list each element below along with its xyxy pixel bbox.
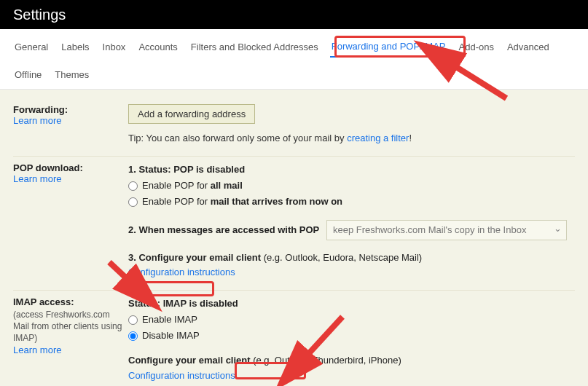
pop-learn-more-link[interactable]: Learn more [13, 173, 128, 184]
section-forwarding: Forwarding: Learn more Add a forwarding … [13, 98, 575, 156]
settings-content: Forwarding: Learn more Add a forwarding … [0, 90, 588, 386]
imap-cfg-row: Configure your email client (e.g. Outloo… [128, 353, 575, 368]
pop-action-select[interactable]: keep Freshworks.com Mail's copy in the I… [326, 220, 567, 240]
tab-addons[interactable]: Add-ons [458, 37, 495, 57]
pop-step2-row: 2. When messages are accessed with POP k… [128, 220, 575, 240]
section-pop: POP download: Learn more 1. Status: POP … [13, 156, 575, 290]
forwarding-tip-pre: Tip: You can also forward only some of y… [128, 133, 347, 143]
pop-radio-allmail-label: Enable POP for all mail [142, 178, 243, 193]
imap-learn-more-link[interactable]: Learn more [13, 344, 128, 355]
pop-radio-nowon-row: Enable POP for mail that arrives from no… [128, 194, 575, 209]
pop-radio1-bold: all mail [211, 180, 243, 191]
imap-status: Status: IMAP is disabled [128, 296, 575, 311]
forwarding-label: Forwarding: Learn more [13, 104, 128, 126]
tabs-row-1: General Labels Inbox Accounts Filters an… [13, 36, 575, 58]
imap-enable-label: Enable IMAP [142, 312, 197, 327]
pop-radio-allmail-row: Enable POP for all mail [128, 178, 575, 193]
pop-radio-allmail[interactable] [128, 181, 138, 191]
imap-radio-disable-row: Disable IMAP [128, 328, 575, 343]
pop-status-value: POP is disabled [173, 164, 245, 175]
pop-step3-eg: (e.g. Outlook, Eudora, Netscape Mail) [264, 252, 423, 263]
tab-labels[interactable]: Labels [60, 37, 90, 57]
imap-sub: (access Freshworks.com Mail from other c… [13, 309, 128, 344]
pop-config-instructions-link[interactable]: Configuration instructions [128, 265, 575, 280]
imap-cfg-eg: (e.g. Outlook, Thunderbird, iPhone) [253, 355, 401, 366]
tab-themes[interactable]: Themes [53, 65, 90, 84]
pop-label: POP download: Learn more [13, 162, 128, 184]
pop-radio-nowon-label: Enable POP for mail that arrives from no… [142, 194, 342, 209]
forwarding-body: Add a forwarding address Tip: You can al… [128, 104, 575, 146]
pop-radio2-pre: Enable POP for [142, 196, 211, 207]
pop-status-label: 1. Status: [128, 164, 173, 175]
tab-offline[interactable]: Offline [13, 65, 43, 84]
creating-filter-link[interactable]: creating a filter [347, 133, 409, 143]
pop-status-row: 1. Status: POP is disabled [128, 162, 575, 177]
tabs-bar: General Labels Inbox Accounts Filters an… [0, 29, 588, 90]
pop-body: 1. Status: POP is disabled Enable POP fo… [128, 162, 575, 280]
page-title: Settings [13, 7, 66, 23]
tabs-row-2: Offline Themes [13, 65, 575, 84]
pop-step3-row: 3. Configure your email client (e.g. Out… [128, 251, 575, 265]
imap-radio-enable-row: Enable IMAP [128, 312, 575, 327]
imap-body: Status: IMAP is disabled Enable IMAP Dis… [128, 296, 575, 386]
tab-inbox[interactable]: Inbox [101, 37, 128, 57]
forwarding-title: Forwarding: [13, 104, 128, 115]
pop-radio2-bold: mail that arrives from now on [211, 196, 342, 207]
pop-radio1-pre: Enable POP for [142, 180, 211, 191]
add-forwarding-address-button[interactable]: Add a forwarding address [128, 104, 255, 124]
pop-radio-nowon[interactable] [128, 197, 138, 207]
forwarding-tip: Tip: You can also forward only some of y… [128, 131, 575, 146]
imap-disable-label: Disable IMAP [142, 328, 200, 343]
imap-radio-enable[interactable] [128, 315, 138, 325]
imap-cfg-pre: Configure your email client [128, 355, 253, 366]
imap-label: IMAP access: (access Freshworks.com Mail… [13, 296, 128, 355]
imap-radio-disable[interactable] [128, 331, 138, 341]
imap-config-instructions-link[interactable]: Configuration instructions [128, 369, 575, 383]
imap-title: IMAP access: [13, 296, 128, 307]
tab-filters[interactable]: Filters and Blocked Addresses [189, 37, 320, 57]
section-imap: IMAP access: (access Freshworks.com Mail… [13, 290, 575, 386]
tab-accounts[interactable]: Accounts [137, 37, 179, 57]
window-header: Settings [0, 0, 588, 29]
tab-advanced[interactable]: Advanced [506, 37, 551, 57]
tab-forwarding-pop-imap[interactable]: Forwarding and POP/IMAP [330, 36, 447, 58]
pop-step2-label: 2. When messages are accessed with POP [128, 224, 319, 235]
forwarding-learn-more-link[interactable]: Learn more [13, 115, 128, 126]
tab-general[interactable]: General [13, 37, 50, 57]
pop-step3-pre: 3. Configure your email client [128, 252, 264, 263]
pop-title: POP download: [13, 162, 128, 173]
forwarding-tip-post: ! [409, 133, 412, 143]
